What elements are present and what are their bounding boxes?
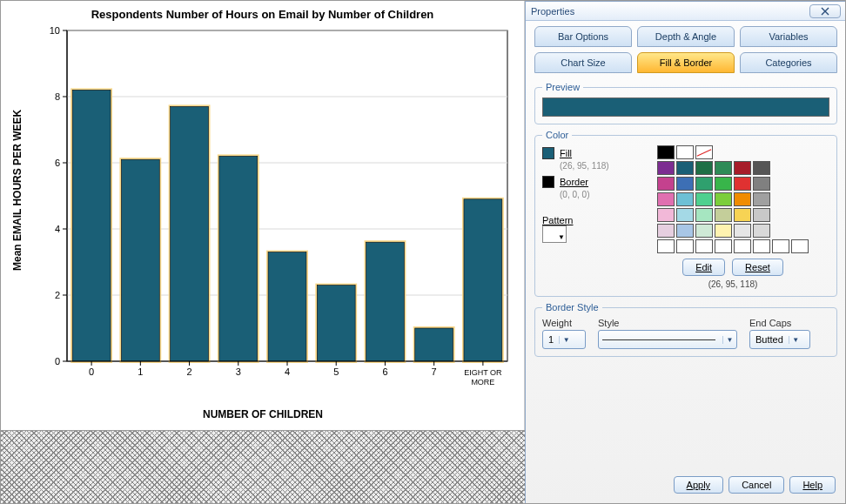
palette-cell[interactable] [695, 208, 713, 222]
palette-cell[interactable] [715, 161, 732, 175]
palette-cell[interactable] [695, 192, 713, 206]
palette-cell[interactable] [657, 239, 675, 253]
palette-cell[interactable] [676, 239, 694, 253]
style-combo[interactable]: ▼ [598, 330, 737, 349]
bar[interactable] [268, 252, 306, 361]
palette-cell[interactable] [695, 145, 713, 159]
palette-cell[interactable] [734, 224, 751, 238]
palette-cell[interactable] [734, 208, 751, 222]
palette-cell[interactable] [657, 145, 675, 159]
palette-cell[interactable] [676, 145, 694, 159]
palette-cell[interactable] [657, 161, 675, 175]
tab-variables[interactable]: Variables [740, 26, 837, 47]
tab-fill-border[interactable]: Fill & Border [637, 52, 735, 73]
bar[interactable] [219, 156, 258, 361]
close-icon [818, 7, 832, 16]
palette-cell[interactable] [676, 161, 694, 175]
close-button[interactable] [809, 4, 841, 18]
svg-text:MORE: MORE [471, 378, 494, 386]
palette-cell[interactable] [695, 161, 713, 175]
bar[interactable] [121, 159, 159, 361]
palette-cell[interactable] [695, 177, 713, 191]
palette-cell[interactable] [753, 177, 770, 191]
svg-text:8: 8 [55, 91, 60, 102]
bar[interactable] [317, 286, 355, 361]
chart-pane: Respondents Number of Hours on Email by … [1, 1, 525, 430]
palette-cell[interactable] [695, 239, 713, 253]
cancel-button[interactable]: Cancel [728, 476, 784, 494]
palette-cell[interactable] [753, 224, 770, 238]
apply-button[interactable]: Apply [674, 476, 724, 494]
palette-cell[interactable] [715, 208, 732, 222]
chevron-down-icon: ▼ [558, 233, 565, 241]
border-color-row[interactable]: Border [542, 176, 647, 188]
line-style-preview [602, 339, 715, 340]
palette-cell[interactable] [715, 192, 732, 206]
tab-categories[interactable]: Categories [740, 52, 837, 73]
preview-label: Preview [542, 82, 583, 92]
palette-cell[interactable] [734, 177, 751, 191]
tab-chart-size[interactable]: Chart Size [534, 52, 632, 73]
chevron-down-icon: ▼ [559, 336, 573, 344]
palette-cell[interactable] [734, 239, 751, 253]
rgb-display: (26, 95, 118) [657, 279, 809, 289]
svg-text:6: 6 [55, 158, 60, 168]
bar[interactable] [171, 106, 209, 361]
palette-cell[interactable] [676, 192, 694, 206]
x-axis-label: NUMBER OF CHILDREN [1, 408, 525, 420]
svg-text:5: 5 [333, 366, 339, 377]
bar[interactable] [366, 242, 405, 361]
endcaps-label: End Caps [749, 318, 810, 328]
palette-cell[interactable] [657, 192, 675, 206]
palette-cell[interactable] [715, 224, 732, 238]
palette-cell[interactable] [753, 192, 770, 206]
svg-text:4: 4 [55, 224, 60, 234]
fill-swatch [542, 147, 554, 159]
palette-cell[interactable] [715, 177, 732, 191]
tabs-row-1: Bar Options Depth & Angle Variables [526, 21, 846, 47]
svg-text:7: 7 [432, 366, 437, 377]
palette-cell[interactable] [753, 239, 770, 253]
bar[interactable] [72, 90, 111, 361]
tab-depth-angle[interactable]: Depth & Angle [637, 26, 735, 47]
palette-cell[interactable] [734, 192, 751, 206]
palette-cell[interactable] [715, 239, 732, 253]
palette-cell[interactable] [676, 224, 694, 238]
weight-value: 1 [543, 334, 559, 345]
weight-combo[interactable]: 1 ▼ [542, 330, 586, 349]
edit-color-button[interactable]: Edit [682, 259, 725, 276]
properties-dialog: Properties Bar Options Depth & Angle Var… [525, 1, 846, 504]
palette-cell[interactable] [676, 177, 694, 191]
border-style-group: Border Style Weight 1 ▼ Style ▼ [534, 302, 837, 357]
palette-cell[interactable] [734, 161, 751, 175]
tabs-row-2: Chart Size Fill & Border Categories [526, 47, 846, 73]
border-label: Border [560, 177, 588, 187]
fill-color-row[interactable]: Fill [542, 147, 647, 159]
dialog-titlebar[interactable]: Properties [526, 2, 846, 21]
palette-cell[interactable] [676, 208, 694, 222]
endcaps-combo[interactable]: Butted ▼ [749, 330, 810, 349]
tab-bar-options[interactable]: Bar Options [534, 26, 632, 47]
pattern-combo[interactable]: ▼ [542, 225, 567, 243]
bar[interactable] [415, 328, 453, 361]
palette-cell[interactable] [657, 208, 675, 222]
svg-text:3: 3 [236, 366, 241, 377]
palette-cell[interactable] [695, 224, 713, 238]
bar[interactable] [464, 199, 502, 361]
weight-label: Weight [542, 318, 586, 328]
help-button[interactable]: Help [789, 476, 836, 494]
y-axis-label: Mean EMAIL HOURS PER WEEK [11, 110, 24, 271]
fill-rgb-text: (26, 95, 118) [560, 161, 647, 171]
palette-cell[interactable] [753, 161, 770, 175]
palette-cell[interactable] [772, 239, 789, 253]
palette-cell[interactable] [657, 177, 675, 191]
bottom-strip-texture [1, 430, 525, 504]
svg-text:10: 10 [50, 25, 60, 36]
reset-color-button[interactable]: Reset [732, 259, 783, 276]
svg-text:0: 0 [89, 366, 94, 377]
palette-cell[interactable] [753, 208, 770, 222]
svg-text:2: 2 [186, 366, 191, 377]
palette-cell[interactable] [657, 224, 675, 238]
palette-cell[interactable] [791, 239, 809, 253]
color-group: Color Fill (26, 95, 118) Border (0, 0, 0… [534, 130, 837, 297]
